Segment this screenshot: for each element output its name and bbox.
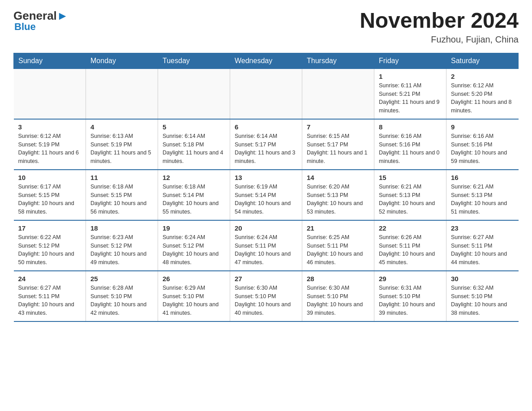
day-number: 21 (307, 224, 369, 232)
day-number: 12 (163, 174, 225, 181)
day-number: 14 (307, 174, 369, 181)
day-number: 11 (90, 174, 153, 181)
col-saturday: Saturday (446, 53, 519, 68)
calendar-cell (302, 68, 374, 119)
day-info: Sunrise: 6:27 AMSunset: 5:11 PMDaylight:… (18, 284, 82, 317)
day-number: 7 (307, 123, 369, 131)
day-info: Sunrise: 6:21 AMSunset: 5:13 PMDaylight:… (379, 183, 442, 216)
day-number: 15 (379, 174, 442, 181)
calendar-cell: 6Sunrise: 6:14 AMSunset: 5:17 PMDaylight… (230, 119, 302, 170)
day-info: Sunrise: 6:25 AMSunset: 5:11 PMDaylight:… (307, 233, 369, 267)
day-number: 4 (90, 123, 153, 131)
col-wednesday: Wednesday (230, 53, 302, 68)
day-number: 19 (163, 224, 225, 232)
day-number: 5 (163, 123, 225, 131)
logo-blue-text: ► (57, 9, 69, 23)
day-info: Sunrise: 6:12 AMSunset: 5:19 PMDaylight:… (18, 132, 82, 166)
day-info: Sunrise: 6:28 AMSunset: 5:10 PMDaylight:… (90, 284, 153, 317)
calendar-cell: 11Sunrise: 6:18 AMSunset: 5:15 PMDayligh… (86, 170, 158, 220)
day-info: Sunrise: 6:18 AMSunset: 5:14 PMDaylight:… (163, 183, 225, 216)
col-friday: Friday (374, 53, 446, 68)
day-info: Sunrise: 6:30 AMSunset: 5:10 PMDaylight:… (307, 284, 369, 317)
day-number: 17 (18, 224, 82, 232)
day-number: 16 (451, 174, 514, 181)
calendar-cell: 17Sunrise: 6:22 AMSunset: 5:12 PMDayligh… (14, 220, 86, 271)
day-number: 26 (163, 275, 225, 283)
day-info: Sunrise: 6:24 AMSunset: 5:12 PMDaylight:… (163, 233, 225, 267)
day-number: 1 (379, 73, 442, 80)
logo: General ► Blue (13, 9, 69, 33)
day-info: Sunrise: 6:19 AMSunset: 5:14 PMDaylight:… (235, 183, 297, 216)
calendar-cell: 23Sunrise: 6:27 AMSunset: 5:11 PMDayligh… (446, 220, 519, 271)
calendar-cell: 12Sunrise: 6:18 AMSunset: 5:14 PMDayligh… (158, 170, 230, 220)
col-monday: Monday (86, 53, 158, 68)
day-number: 6 (235, 123, 297, 131)
col-thursday: Thursday (302, 53, 374, 68)
day-info: Sunrise: 6:32 AMSunset: 5:10 PMDaylight:… (451, 284, 514, 317)
col-sunday: Sunday (14, 53, 86, 68)
header: General ► Blue November 2024 Fuzhou, Fuj… (13, 9, 519, 45)
day-number: 10 (18, 174, 82, 181)
calendar-cell: 10Sunrise: 6:17 AMSunset: 5:15 PMDayligh… (14, 170, 86, 220)
title-area: November 2024 Fuzhou, Fujian, China (360, 9, 519, 45)
calendar-cell: 18Sunrise: 6:23 AMSunset: 5:12 PMDayligh… (86, 220, 158, 271)
calendar-cell: 5Sunrise: 6:14 AMSunset: 5:18 PMDaylight… (158, 119, 230, 170)
day-number: 22 (379, 224, 442, 232)
calendar-table: Sunday Monday Tuesday Wednesday Thursday… (13, 53, 519, 322)
day-number: 8 (379, 123, 442, 131)
calendar-cell: 26Sunrise: 6:29 AMSunset: 5:10 PMDayligh… (158, 271, 230, 321)
col-tuesday: Tuesday (158, 53, 230, 68)
day-info: Sunrise: 6:16 AMSunset: 5:16 PMDaylight:… (451, 132, 514, 166)
day-info: Sunrise: 6:23 AMSunset: 5:12 PMDaylight:… (90, 233, 153, 267)
calendar-cell: 3Sunrise: 6:12 AMSunset: 5:19 PMDaylight… (14, 119, 86, 170)
calendar-cell: 16Sunrise: 6:21 AMSunset: 5:13 PMDayligh… (446, 170, 519, 220)
day-number: 9 (451, 123, 514, 131)
day-info: Sunrise: 6:20 AMSunset: 5:13 PMDaylight:… (307, 183, 369, 216)
day-number: 30 (451, 275, 514, 283)
day-number: 3 (18, 123, 82, 131)
logo-blue-label: Blue (14, 21, 36, 33)
day-info: Sunrise: 6:17 AMSunset: 5:15 PMDaylight:… (18, 183, 82, 216)
day-number: 13 (235, 174, 297, 181)
day-info: Sunrise: 6:29 AMSunset: 5:10 PMDaylight:… (163, 284, 225, 317)
calendar-cell: 22Sunrise: 6:26 AMSunset: 5:11 PMDayligh… (374, 220, 446, 271)
calendar-cell: 25Sunrise: 6:28 AMSunset: 5:10 PMDayligh… (86, 271, 158, 321)
calendar-cell: 8Sunrise: 6:16 AMSunset: 5:16 PMDaylight… (374, 119, 446, 170)
day-info: Sunrise: 6:12 AMSunset: 5:20 PMDaylight:… (451, 81, 514, 115)
day-number: 20 (235, 224, 297, 232)
day-info: Sunrise: 6:15 AMSunset: 5:17 PMDaylight:… (307, 132, 369, 166)
day-number: 23 (451, 224, 514, 232)
calendar-cell: 30Sunrise: 6:32 AMSunset: 5:10 PMDayligh… (446, 271, 519, 321)
day-number: 28 (307, 275, 369, 283)
day-number: 29 (379, 275, 442, 283)
calendar-cell: 2Sunrise: 6:12 AMSunset: 5:20 PMDaylight… (446, 68, 519, 119)
calendar-cell: 13Sunrise: 6:19 AMSunset: 5:14 PMDayligh… (230, 170, 302, 220)
day-number: 27 (235, 275, 297, 283)
day-info: Sunrise: 6:30 AMSunset: 5:10 PMDaylight:… (235, 284, 297, 317)
calendar-week-5: 24Sunrise: 6:27 AMSunset: 5:11 PMDayligh… (14, 271, 519, 321)
calendar-cell (14, 68, 86, 119)
calendar-cell: 29Sunrise: 6:31 AMSunset: 5:10 PMDayligh… (374, 271, 446, 321)
day-info: Sunrise: 6:22 AMSunset: 5:12 PMDaylight:… (18, 233, 82, 267)
calendar-cell (158, 68, 230, 119)
calendar-cell: 15Sunrise: 6:21 AMSunset: 5:13 PMDayligh… (374, 170, 446, 220)
calendar-week-3: 10Sunrise: 6:17 AMSunset: 5:15 PMDayligh… (14, 170, 519, 220)
day-info: Sunrise: 6:14 AMSunset: 5:17 PMDaylight:… (235, 132, 297, 166)
day-number: 2 (451, 73, 514, 80)
calendar-cell: 7Sunrise: 6:15 AMSunset: 5:17 PMDaylight… (302, 119, 374, 170)
calendar-cell: 20Sunrise: 6:24 AMSunset: 5:11 PMDayligh… (230, 220, 302, 271)
day-info: Sunrise: 6:14 AMSunset: 5:18 PMDaylight:… (163, 132, 225, 166)
location-title: Fuzhou, Fujian, China (360, 34, 519, 45)
calendar-cell: 1Sunrise: 6:11 AMSunset: 5:21 PMDaylight… (374, 68, 446, 119)
day-info: Sunrise: 6:11 AMSunset: 5:21 PMDaylight:… (379, 81, 442, 115)
day-number: 18 (90, 224, 153, 232)
calendar-cell: 14Sunrise: 6:20 AMSunset: 5:13 PMDayligh… (302, 170, 374, 220)
calendar-cell: 24Sunrise: 6:27 AMSunset: 5:11 PMDayligh… (14, 271, 86, 321)
day-info: Sunrise: 6:13 AMSunset: 5:19 PMDaylight:… (90, 132, 153, 166)
day-info: Sunrise: 6:27 AMSunset: 5:11 PMDaylight:… (451, 233, 514, 267)
day-info: Sunrise: 6:24 AMSunset: 5:11 PMDaylight:… (235, 233, 297, 267)
day-info: Sunrise: 6:21 AMSunset: 5:13 PMDaylight:… (451, 183, 514, 216)
calendar-cell: 4Sunrise: 6:13 AMSunset: 5:19 PMDaylight… (86, 119, 158, 170)
day-info: Sunrise: 6:16 AMSunset: 5:16 PMDaylight:… (379, 132, 442, 166)
month-title: November 2024 (360, 9, 519, 33)
